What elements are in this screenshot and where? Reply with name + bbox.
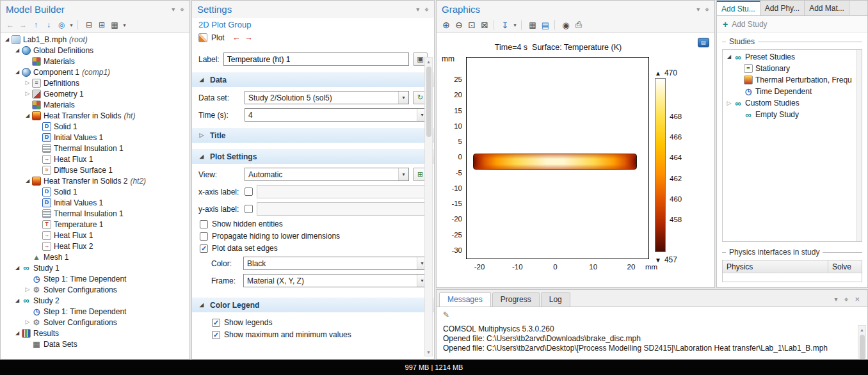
- show-legends-checkbox[interactable]: [212, 319, 220, 327]
- print-icon[interactable]: [573, 19, 584, 31]
- messages-scrollbar[interactable]: [858, 325, 866, 358]
- tab-progress[interactable]: Progress: [492, 292, 540, 307]
- expander-icon[interactable]: [3, 37, 11, 42]
- go-to-default-view-icon[interactable]: [499, 19, 511, 31]
- zoom-in-icon[interactable]: [440, 19, 452, 31]
- tree-item[interactable]: Solid 1: [1, 121, 189, 132]
- tree-item[interactable]: Heat Transfer in Solids (ht): [1, 110, 189, 121]
- tree-item[interactable]: Materials: [1, 99, 189, 110]
- expander-icon[interactable]: [24, 91, 31, 97]
- pin-icon[interactable]: [705, 5, 709, 14]
- show-hidden-checkbox[interactable]: [200, 220, 208, 228]
- show-options-caret-icon[interactable]: [68, 19, 74, 31]
- expander-icon[interactable]: [13, 48, 21, 53]
- tree-item[interactable]: Heat Transfer in Solids 2 (ht2): [1, 175, 189, 186]
- x-axis-label-checkbox[interactable]: [245, 188, 253, 196]
- tab-log[interactable]: Log: [541, 292, 570, 307]
- zoom-extents-icon[interactable]: [479, 19, 490, 31]
- pin-icon[interactable]: [180, 5, 184, 14]
- studies-scrollbar[interactable]: [856, 50, 862, 241]
- expander-icon[interactable]: [24, 319, 31, 325]
- chevron-down-icon[interactable]: [172, 6, 175, 13]
- tree-item[interactable]: Preset Studies: [723, 51, 862, 63]
- show-grid-icon[interactable]: [527, 19, 538, 31]
- chevron-down-icon[interactable]: [696, 6, 700, 13]
- add-study-button[interactable]: Add Study: [732, 20, 767, 29]
- scroll-down-icon[interactable]: [426, 348, 431, 356]
- expander-icon[interactable]: [24, 287, 31, 292]
- tree-item[interactable]: Solver Configurations: [1, 284, 189, 295]
- collapse-all-icon[interactable]: [83, 19, 95, 31]
- plot-button[interactable]: Plot: [211, 33, 225, 42]
- model-tree-options-caret-icon[interactable]: [122, 19, 127, 31]
- pin-icon[interactable]: [844, 295, 849, 304]
- chevron-down-icon[interactable]: [416, 6, 419, 13]
- tab-messages[interactable]: Messages: [439, 292, 491, 307]
- tree-item[interactable]: Custom Studies: [723, 97, 862, 109]
- tree-item[interactable]: Data Sets: [1, 339, 189, 349]
- tree-item[interactable]: Initial Values 1: [1, 197, 189, 208]
- tree-item[interactable]: Heat Flux 2: [1, 241, 189, 251]
- tree-item[interactable]: Study 1: [1, 262, 189, 273]
- tree-item[interactable]: Study 2: [1, 295, 189, 306]
- back-icon[interactable]: [4, 19, 16, 31]
- show-max-min-checkbox[interactable]: [212, 331, 220, 339]
- color-legend-section-header[interactable]: Color Legend: [192, 298, 434, 312]
- tree-item[interactable]: Initial Values 1: [1, 132, 189, 143]
- tree-item[interactable]: Solid 1: [1, 186, 189, 197]
- plot-canvas[interactable]: Time=4 s Surface: Temperature (K) mm 252…: [437, 33, 714, 285]
- x-axis-label-input[interactable]: [257, 185, 428, 198]
- tree-item[interactable]: Stationary: [723, 63, 862, 74]
- expander-icon[interactable]: [13, 298, 21, 303]
- tree-item[interactable]: Results: [1, 328, 189, 339]
- scroll-up-icon[interactable]: [426, 58, 431, 65]
- scroll-thumb[interactable]: [860, 335, 865, 360]
- tab-add-material[interactable]: Add Mat...: [805, 1, 849, 15]
- label-input[interactable]: [223, 52, 409, 66]
- tree-item[interactable]: Step 1: Time Dependent: [1, 273, 189, 284]
- frame-select[interactable]: Material (X, Y, Z): [243, 274, 428, 287]
- tree-item[interactable]: Empty Study: [723, 109, 862, 120]
- expander-icon[interactable]: [725, 100, 733, 106]
- y-axis-label-checkbox[interactable]: [245, 205, 253, 213]
- solve-column-header[interactable]: Solve: [828, 262, 862, 271]
- expander-icon[interactable]: [24, 80, 31, 86]
- tree-item[interactable]: Heat Flux 1: [1, 230, 189, 241]
- view-select[interactable]: Automatic: [245, 168, 409, 181]
- close-icon[interactable]: [855, 294, 860, 304]
- show-options-icon[interactable]: [56, 19, 67, 31]
- tree-item[interactable]: Temperature 1: [1, 219, 189, 230]
- tab-add-physics[interactable]: Add Phy...: [760, 1, 805, 15]
- tree-item[interactable]: Step 1: Time Dependent: [1, 306, 189, 317]
- pin-icon[interactable]: [424, 5, 429, 14]
- time-select[interactable]: 4: [245, 108, 428, 122]
- expander-icon[interactable]: [13, 266, 21, 271]
- data-set-select[interactable]: Study 2/Solution 5 (sol5): [245, 91, 409, 104]
- plot-previous-icon[interactable]: [232, 33, 241, 42]
- color-select[interactable]: Black: [243, 257, 428, 270]
- move-down-icon[interactable]: [43, 19, 54, 31]
- expander-icon[interactable]: [725, 54, 733, 60]
- zoom-box-icon[interactable]: [466, 19, 478, 31]
- tree-item[interactable]: Solver Configurations: [1, 317, 189, 328]
- tree-item[interactable]: Mesh 1: [1, 251, 189, 262]
- tree-item[interactable]: Component 1 (comp1): [1, 67, 189, 77]
- tree-item[interactable]: Materials: [1, 56, 189, 67]
- tree-item[interactable]: Definitions: [1, 77, 189, 88]
- plot-data-set-edges-checkbox[interactable]: [200, 244, 208, 253]
- add-study-action-row[interactable]: Add Study: [717, 16, 867, 33]
- zoom-out-icon[interactable]: [453, 19, 465, 31]
- tree-item[interactable]: Lab1_B.mph (root): [1, 34, 189, 45]
- y-axis-label-input[interactable]: [257, 202, 428, 216]
- title-section-header[interactable]: Title: [192, 128, 434, 143]
- image-snapshot-icon[interactable]: [560, 19, 572, 31]
- plot-settings-section-header[interactable]: Plot Settings: [192, 149, 434, 164]
- tree-item[interactable]: Geometry 1: [1, 88, 189, 99]
- view-caret-icon[interactable]: [512, 19, 518, 31]
- scroll-thumb[interactable]: [426, 67, 431, 137]
- expand-all-icon[interactable]: [96, 19, 108, 31]
- expander-icon[interactable]: [24, 179, 31, 184]
- tree-item[interactable]: Thermal Perturbation, Frequ: [723, 74, 862, 86]
- scene-light-icon[interactable]: [540, 19, 551, 31]
- move-up-icon[interactable]: [30, 19, 42, 31]
